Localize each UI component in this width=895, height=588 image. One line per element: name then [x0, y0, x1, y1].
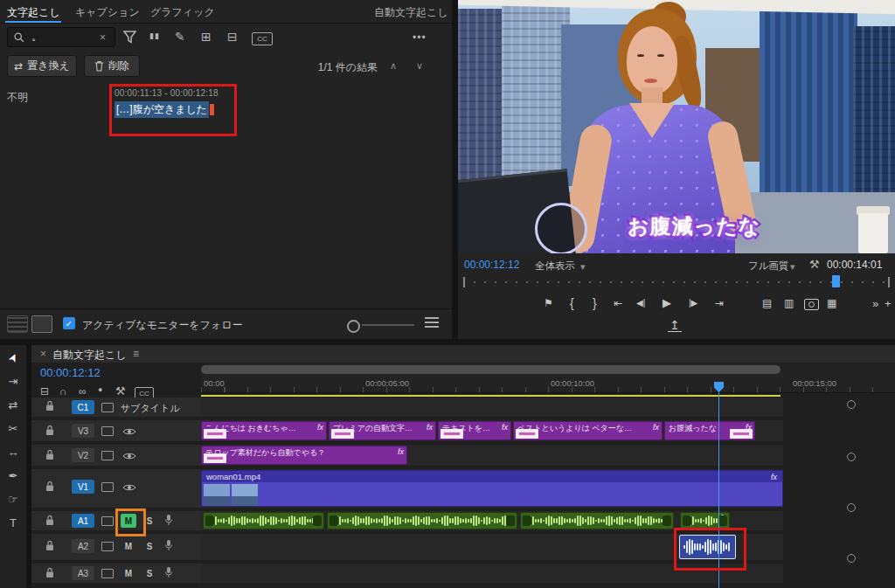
- nest-toggle-icon[interactable]: ⊟: [40, 386, 49, 397]
- extract-button[interactable]: ▥: [784, 298, 794, 308]
- panel-menu-icon[interactable]: •••: [413, 32, 427, 43]
- track-handle[interactable]: [847, 400, 856, 409]
- mark-in-button[interactable]: {: [570, 297, 574, 309]
- replace-button[interactable]: ⇄ 置き換え: [7, 55, 77, 77]
- comparison-view-button[interactable]: ▦: [827, 298, 836, 308]
- pen-tool[interactable]: ✒: [5, 469, 21, 482]
- track-handle[interactable]: [847, 503, 856, 512]
- track-output-eye-icon[interactable]: [122, 427, 136, 436]
- timeline-tab-menu-icon[interactable]: ≡: [133, 348, 139, 360]
- monitor-current-timecode[interactable]: 00:00:12:12: [464, 259, 519, 271]
- track-output-eye-icon[interactable]: [122, 483, 136, 492]
- mute-button-a1[interactable]: M: [121, 514, 136, 528]
- merge-captions-icon[interactable]: ⊞: [201, 31, 212, 43]
- linked-selection-icon[interactable]: ∞: [79, 386, 87, 397]
- video-clip-woman01[interactable]: woman01.mp4 fx: [201, 470, 783, 507]
- track-handle[interactable]: [847, 453, 856, 461]
- segment-text[interactable]: […]腹が空きました: [114, 101, 209, 118]
- clear-search-icon[interactable]: ×: [100, 31, 106, 44]
- tab-graphics[interactable]: グラフィック: [150, 5, 215, 20]
- search-box[interactable]: ×: [7, 27, 115, 47]
- snap-magnet-icon[interactable]: ∩: [59, 386, 67, 397]
- track-output-eye-icon[interactable]: [122, 452, 136, 460]
- selected-audio-clip[interactable]: [679, 535, 736, 559]
- split-captions-icon[interactable]: ⊟: [227, 31, 238, 43]
- edit-pencil-icon[interactable]: ✎: [175, 31, 185, 43]
- sync-lock-icon[interactable]: [101, 569, 114, 578]
- export-frame-camera-button[interactable]: [804, 299, 819, 310]
- zoom-slider-track[interactable]: [362, 324, 414, 326]
- list-view-icon[interactable]: [7, 315, 28, 333]
- audio-clip[interactable]: [327, 512, 517, 529]
- track-lock-icon[interactable]: [45, 425, 54, 436]
- timeline-zoom-scrollbar[interactable]: [201, 365, 781, 374]
- next-result-chevron-down-icon[interactable]: ∨: [416, 60, 423, 72]
- audio-clip[interactable]: [203, 512, 324, 529]
- close-timeline-tab-icon[interactable]: ×: [40, 348, 46, 360]
- track-handle[interactable]: [847, 554, 856, 563]
- sync-lock-icon[interactable]: [101, 542, 114, 551]
- audio-clip[interactable]: [520, 512, 674, 529]
- tab-captions[interactable]: キャプション: [75, 5, 140, 20]
- caption-clip[interactable]: プレミアの自動文字起… fx: [329, 421, 436, 440]
- monitor-playhead[interactable]: [832, 275, 840, 287]
- sync-lock-icon[interactable]: [101, 482, 114, 492]
- go-to-out-button[interactable]: ⇥: [715, 298, 724, 308]
- segment-view-icon[interactable]: [31, 315, 52, 333]
- step-forward-button[interactable]: |▶: [689, 299, 697, 308]
- cc-icon[interactable]: CC: [252, 32, 273, 45]
- timeline-current-timecode[interactable]: 00:00:12:12: [40, 366, 101, 379]
- track-row-a3[interactable]: [201, 564, 783, 583]
- track-lock-icon[interactable]: [45, 449, 54, 460]
- caption-clip[interactable]: お腹減ったな fx: [664, 421, 755, 440]
- add-marker-button[interactable]: ⚑: [544, 298, 553, 308]
- solo-button-a1[interactable]: S: [142, 514, 157, 528]
- lift-button[interactable]: ▤: [762, 298, 772, 308]
- add-marker-icon[interactable]: ●: [98, 386, 102, 394]
- track-select-forward-tool[interactable]: ⇥: [5, 375, 21, 388]
- hand-tool[interactable]: ☞: [5, 493, 21, 506]
- pause-icon[interactable]: ▮▮: [149, 32, 160, 40]
- monitor-scrubber-track[interactable]: [463, 281, 890, 283]
- program-monitor-video[interactable]: お腹減ったな: [458, 0, 895, 253]
- follow-monitor-checkbox[interactable]: ✓: [63, 317, 75, 329]
- audio-clip[interactable]: fx: [680, 512, 730, 529]
- timeline-tab-label[interactable]: 自動文字起こし: [52, 348, 127, 363]
- mute-button-a2[interactable]: M: [121, 539, 136, 553]
- add-button-plus-icon[interactable]: +: [885, 298, 892, 309]
- track-target-c1[interactable]: C1: [72, 400, 94, 414]
- track-target-a2[interactable]: A2: [72, 539, 94, 553]
- voiceover-mic-icon[interactable]: [164, 539, 173, 551]
- caption-clip[interactable]: ベストというよりは ベターな提案と言えそ… fx: [513, 421, 663, 440]
- slip-tool[interactable]: ↔: [5, 446, 21, 459]
- caption-clip-v2[interactable]: テロップ素材だから自動でやる？ fx: [201, 446, 407, 465]
- track-lock-icon[interactable]: [45, 567, 54, 578]
- solo-button-a2[interactable]: S: [142, 539, 157, 553]
- play-button[interactable]: ▶: [663, 297, 671, 308]
- sync-lock-icon[interactable]: [101, 516, 114, 526]
- ripple-edit-tool[interactable]: ⇄: [5, 398, 21, 412]
- track-target-a1[interactable]: A1: [72, 514, 94, 528]
- solo-button-a3[interactable]: S: [142, 566, 157, 580]
- more-panels-button[interactable]: »: [872, 298, 878, 309]
- voiceover-mic-icon[interactable]: [164, 566, 173, 578]
- track-lock-icon[interactable]: [45, 515, 54, 526]
- settings-sliders-icon[interactable]: [425, 317, 439, 328]
- mute-button-a3[interactable]: M: [121, 566, 136, 580]
- transcript-segment[interactable]: 00:00:11:13 - 00:00:12:18 […]腹が空きました: [114, 88, 226, 118]
- caption-clip[interactable]: こんにちは おきむちゃんと… fx: [201, 421, 327, 440]
- caption-clip[interactable]: テキストを生成し… fx: [438, 421, 511, 440]
- zoom-level-select[interactable]: 全体表示: [535, 259, 575, 273]
- mark-out-button[interactable]: }: [593, 297, 597, 309]
- track-row-c1[interactable]: [201, 398, 783, 417]
- playback-quality-select[interactable]: フル画質: [748, 259, 789, 273]
- track-target-v1[interactable]: V1: [72, 480, 94, 494]
- monitor-settings-wrench-icon[interactable]: ⚒: [809, 259, 820, 270]
- delete-button[interactable]: 削除: [84, 55, 140, 77]
- tab-transcription[interactable]: 文字起こし: [7, 5, 60, 20]
- type-tool[interactable]: T: [5, 516, 21, 529]
- timeline-playhead-line[interactable]: [718, 392, 719, 588]
- track-target-a3[interactable]: A3: [72, 566, 94, 580]
- quick-export-button[interactable]: ↥: [668, 319, 682, 332]
- tab-auto-transcribe[interactable]: 自動文字起こし: [374, 5, 448, 20]
